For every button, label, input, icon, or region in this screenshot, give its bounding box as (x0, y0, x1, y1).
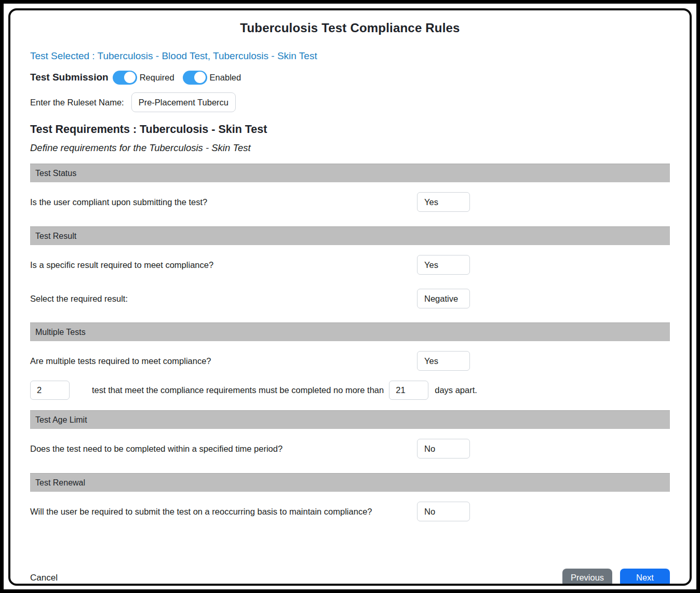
required-toggle-label: Required (140, 73, 174, 83)
page-title: Tuberculosis Test Compliance Rules (30, 21, 670, 35)
cancel-button[interactable]: Cancel (30, 573, 58, 583)
outer-mat: Tuberculosis Test Compliance Rules Test … (4, 4, 696, 589)
section-title: Test Result (35, 232, 76, 241)
toggle-knob-icon (194, 72, 206, 83)
compliant-on-submit-select[interactable] (417, 192, 470, 212)
reoccurring-submission-select[interactable] (417, 502, 470, 521)
section-title: Multiple Tests (35, 328, 86, 337)
section-header-test-age-limit: Test Age Limit (30, 410, 670, 429)
question-text: Is the user compliant upon submitting th… (30, 192, 207, 212)
question-row: Is the user compliant upon submitting th… (30, 192, 670, 212)
days-apart-input[interactable] (389, 381, 428, 400)
section-title: Test Renewal (35, 478, 85, 488)
requirements-subheading: Define requirements for the Tuberculosis… (30, 142, 670, 154)
next-button[interactable]: Next (620, 569, 670, 586)
ruleset-row: Enter the Ruleset Name: (30, 92, 670, 112)
requirements-heading: Test Requirements : Tuberculosis - Skin … (30, 123, 670, 136)
question-text: Select the required result: (30, 289, 128, 308)
section-header-test-result: Test Result (30, 226, 670, 245)
required-result-select[interactable] (417, 289, 470, 308)
section-header-test-renewal: Test Renewal (30, 473, 670, 492)
rule-end-text: days apart. (435, 385, 477, 395)
test-selected-text: Test Selected : Tuberculosis - Blood Tes… (30, 50, 670, 62)
question-text: Is a specific result required to meet co… (30, 255, 213, 275)
test-count-input[interactable] (30, 381, 70, 400)
multiple-tests-rule-row: test that meet the compliance requiremen… (30, 381, 670, 400)
question-text: Are multiple tests required to meet comp… (30, 351, 211, 371)
section-header-multiple-tests: Multiple Tests (30, 322, 670, 341)
previous-button[interactable]: Previous (562, 569, 612, 586)
question-row: Are multiple tests required to meet comp… (30, 351, 670, 371)
test-submission-row: Test Submission Required Enabled (30, 70, 670, 85)
specific-result-required-select[interactable] (417, 255, 470, 275)
ruleset-name-input[interactable] (131, 92, 236, 112)
toggle-knob-icon (124, 72, 136, 83)
question-row: Is a specific result required to meet co… (30, 255, 670, 275)
rule-middle-text: test that meet the compliance requiremen… (92, 385, 384, 395)
footer-actions: Cancel Previous Next (30, 569, 670, 586)
section-title: Test Status (35, 169, 76, 178)
question-row: Will the user be required to submit the … (30, 502, 670, 521)
ruleset-name-label: Enter the Ruleset Name: (30, 98, 124, 107)
test-submission-label: Test Submission (30, 72, 109, 83)
section-header-test-status: Test Status (30, 164, 670, 182)
question-row: Select the required result: (30, 289, 670, 308)
required-toggle[interactable] (113, 71, 137, 85)
enabled-toggle[interactable] (183, 71, 207, 85)
time-period-required-select[interactable] (417, 439, 470, 459)
question-text: Does the test need to be completed withi… (30, 439, 282, 459)
compliance-rules-panel: Tuberculosis Test Compliance Rules Test … (8, 8, 692, 586)
section-title: Test Age Limit (35, 415, 87, 425)
question-text: Will the user be required to submit the … (30, 502, 372, 521)
question-row: Does the test need to be completed withi… (30, 439, 670, 459)
multiple-tests-required-select[interactable] (417, 351, 470, 371)
enabled-toggle-label: Enabled (210, 73, 241, 83)
